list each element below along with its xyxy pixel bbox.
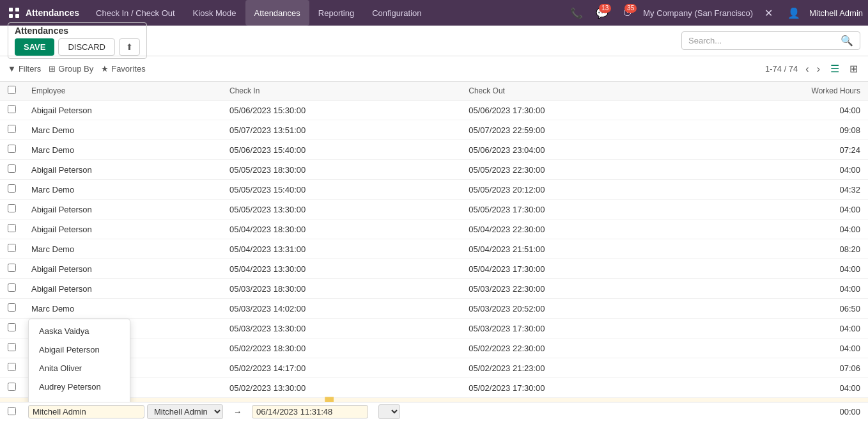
- save-button[interactable]: SAVE: [15, 38, 54, 56]
- table-container: Employee Check In Check Out Worked Hours…: [0, 82, 868, 402]
- group-by-icon: ⊞: [49, 64, 56, 74]
- row-checkbox-cell[interactable]: [0, 180, 24, 200]
- grid-icon[interactable]: [5, 4, 23, 22]
- company-name: My Company (San Francisco): [643, 8, 753, 18]
- row-checkbox-cell[interactable]: [0, 398, 24, 402]
- row-checkbox[interactable]: [8, 343, 16, 351]
- row-employee: Marc Demo: [24, 180, 222, 200]
- dropdown-item-beth[interactable]: Beth Evans: [29, 396, 130, 402]
- menu-kiosk-mode[interactable]: Kiosk Mode: [184, 0, 245, 26]
- table-row[interactable]: Abigail Peterson 05/06/2023 15:30:00 05/…: [0, 100, 868, 120]
- discard-button[interactable]: DISCARD: [58, 38, 115, 56]
- row-checkbox[interactable]: [8, 145, 16, 153]
- new-record-checkout-cell: [373, 402, 405, 421]
- row-checkbox-cell[interactable]: [0, 120, 24, 140]
- menu-reporting[interactable]: Reporting: [309, 0, 363, 26]
- row-check-in: 05/04/2023 13:30:00: [222, 259, 461, 279]
- row-checkbox-cell[interactable]: [0, 239, 24, 259]
- row-checkbox-cell[interactable]: [0, 259, 24, 279]
- row-checkbox-cell[interactable]: [0, 358, 24, 378]
- row-checkbox[interactable]: [8, 105, 16, 113]
- row-checkbox[interactable]: [8, 323, 16, 331]
- grid-view-button[interactable]: ⊞: [847, 61, 860, 76]
- row-checkbox-cell[interactable]: [0, 279, 24, 299]
- menu-configuration[interactable]: Configuration: [363, 0, 430, 26]
- table-row[interactable]: Marc Demo 05/06/2023 15:40:00 05/06/2023…: [0, 140, 868, 160]
- prev-page-button[interactable]: ‹: [803, 62, 811, 76]
- new-record-employee-select[interactable]: Mitchell Admin: [147, 404, 223, 419]
- employee-header: Employee: [24, 82, 222, 100]
- row-checkbox[interactable]: [8, 244, 16, 252]
- list-view-button[interactable]: ☰: [828, 61, 842, 76]
- menu-attendances[interactable]: Attendances: [245, 0, 309, 26]
- row-checkbox[interactable]: [8, 264, 16, 272]
- row-check-in: 05/03/2023 13:30:00: [222, 319, 461, 338]
- table-row[interactable]: Abigail Peterson 05/03/2023 18:30:00 05/…: [0, 279, 868, 299]
- table-row[interactable]: Abigail Peterson 05/04/2023 18:30:00 05/…: [0, 219, 868, 239]
- topbar-menu: Check In / Check Out Kiosk Mode Attendan…: [87, 0, 564, 26]
- row-check-in: 05/05/2023 15:40:00: [222, 180, 461, 200]
- timer-badge: 35: [624, 4, 637, 13]
- row-worked-hours: 04:00: [701, 279, 868, 299]
- group-by-button[interactable]: ⊞ Group By: [49, 64, 93, 74]
- row-check-out: 05/02/2023 22:30:00: [461, 338, 700, 358]
- row-checkbox[interactable]: [8, 164, 16, 173]
- chat-icon[interactable]: 💬 13: [592, 3, 612, 23]
- table-header-row: Employee Check In Check Out Worked Hours: [0, 82, 868, 100]
- dropdown-item-aaska[interactable]: Aaska Vaidya: [29, 322, 130, 340]
- table-row[interactable]: Abigail Peterson 05/04/2023 13:30:00 05/…: [0, 259, 868, 279]
- row-checkbox-cell[interactable]: [0, 378, 24, 398]
- row-checkbox[interactable]: [8, 383, 16, 391]
- filters-button[interactable]: ▼ Filters: [8, 64, 41, 74]
- row-checkbox[interactable]: [8, 184, 16, 193]
- new-record-checkbox[interactable]: [8, 407, 16, 415]
- next-page-button[interactable]: ›: [814, 62, 823, 76]
- filter-icon: ▼: [8, 64, 16, 74]
- favorites-button[interactable]: ★ Favorites: [101, 64, 145, 74]
- check-out-header: Check Out: [461, 82, 700, 100]
- search-bar[interactable]: Search... 🔍: [681, 31, 860, 50]
- row-checkbox-cell[interactable]: [0, 319, 24, 338]
- row-checkbox-cell[interactable]: [0, 299, 24, 319]
- row-checkbox-cell[interactable]: [0, 100, 24, 120]
- dropdown-item-abigail[interactable]: Abigail Peterson: [29, 340, 130, 359]
- dropdown-item-anita[interactable]: Anita Oliver: [29, 359, 130, 377]
- row-checkbox[interactable]: [8, 125, 16, 133]
- table-row[interactable]: Marc Demo 05/05/2023 15:40:00 05/05/2023…: [0, 180, 868, 200]
- new-record-employee-input[interactable]: [28, 405, 144, 418]
- select-all-header[interactable]: [0, 82, 24, 100]
- table-row[interactable]: Abigail Peterson 05/05/2023 13:30:00 05/…: [0, 200, 868, 219]
- timer-icon[interactable]: ⏱ 35: [617, 3, 638, 23]
- row-employee: Abigail Peterson: [24, 279, 222, 299]
- row-checkbox[interactable]: [8, 303, 16, 312]
- row-checkbox-cell[interactable]: [0, 219, 24, 239]
- avatar-icon[interactable]: 👤: [784, 3, 804, 23]
- row-checkbox-cell[interactable]: [0, 200, 24, 219]
- row-checkbox[interactable]: [8, 283, 16, 292]
- table-row[interactable]: Marc Demo 05/04/2023 13:31:00 05/04/2023…: [0, 239, 868, 259]
- row-checkbox[interactable]: [8, 363, 16, 371]
- row-checkbox-cell[interactable]: [0, 140, 24, 160]
- dropdown-item-audrey[interactable]: Audrey Peterson: [29, 377, 130, 396]
- row-worked-hours: 04:00: [701, 319, 868, 338]
- row-checkbox[interactable]: [8, 224, 16, 232]
- row-check-in: 05/02/2023 18:30:00: [222, 338, 461, 358]
- row-checkbox-cell[interactable]: [0, 338, 24, 358]
- table-row[interactable]: Abigail Peterson 05/05/2023 18:30:00 05/…: [0, 160, 868, 180]
- new-record-checkout-select[interactable]: [378, 404, 400, 419]
- row-worked-hours: 07:06: [701, 358, 868, 378]
- phone-icon[interactable]: 📞: [566, 3, 587, 23]
- new-record-checkin-input[interactable]: [252, 405, 368, 418]
- search-icon[interactable]: 🔍: [841, 35, 853, 47]
- menu-check-in-out[interactable]: Check In / Check Out: [87, 0, 184, 26]
- chat-badge: 13: [599, 4, 611, 13]
- table-row[interactable]: Marc Demo 05/03/2023 14:02:00 05/03/2023…: [0, 299, 868, 319]
- table-row[interactable]: Marc Demo 05/07/2023 13:51:00 05/07/2023…: [0, 120, 868, 140]
- svg-rect-3: [15, 14, 19, 18]
- settings-icon[interactable]: ✕: [758, 3, 779, 23]
- row-checkbox-cell[interactable]: [0, 160, 24, 180]
- user-name[interactable]: Mitchell Admin: [809, 8, 863, 18]
- upload-button[interactable]: ⬆: [119, 38, 140, 56]
- row-checkbox[interactable]: [8, 204, 16, 212]
- row-check-out: 05/05/2023 17:30:00: [461, 200, 700, 219]
